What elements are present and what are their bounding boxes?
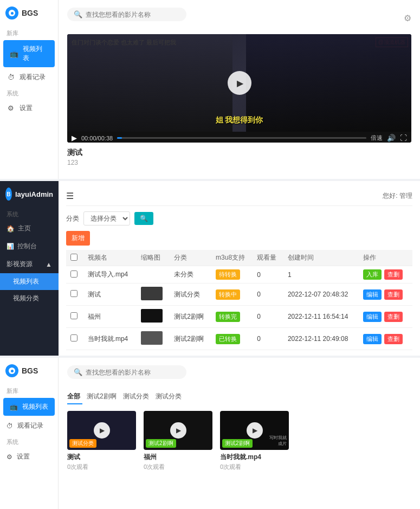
admin-logo-icon: B [5, 188, 12, 201]
row-m3u8: 已转换 [211, 328, 253, 350]
search-bar[interactable]: 🔍 [67, 8, 186, 21]
card-sub: 0次观看 [144, 463, 212, 471]
sidebar2-group-video: 影视资源 ▲ 视频列表 视频分类 [0, 255, 59, 307]
sidebar3-section2: 系统 [0, 435, 58, 448]
sidebar-item-watch-history[interactable]: ⏱ 观看记录 [0, 68, 58, 86]
search-button[interactable]: 🔍 [134, 212, 153, 225]
row-m3u8: 待转换 [211, 266, 253, 284]
sidebar2: B layuiAdmin 系统 🏠 主页 📊 控制台 影视资源 ▲ 视频列表 视… [0, 181, 59, 356]
sidebar-item-video-list[interactable]: 📺 视频列表 [3, 40, 55, 67]
sidebar2-item-home[interactable]: 🏠 主页 [0, 220, 59, 237]
tag-item[interactable]: 测试分类 [123, 392, 149, 401]
row-thumb [137, 306, 170, 328]
home-icon: 🏠 [7, 225, 15, 233]
settings-icon: ⚙ [7, 104, 15, 113]
table-row: 测试 测试分类 转换中 0 2022-12-07 20:48:32 编辑 查删 [66, 284, 412, 306]
card-sub: 0次观看 [67, 463, 136, 471]
search-bar3[interactable]: 🔍 [67, 365, 186, 379]
row-thumb [137, 266, 170, 284]
delete-btn[interactable]: 查删 [384, 334, 403, 344]
nav-section-label2: 系统 [0, 86, 58, 99]
video-title: 测试 [67, 148, 411, 158]
section-admin: B layuiAdmin 系统 🏠 主页 📊 控制台 影视资源 ▲ 视频列表 视… [0, 181, 420, 356]
sidebar2-subitem-video-list[interactable]: 视频列表 [0, 273, 59, 290]
video-card[interactable]: 测试2剧啊 写时我就成片 当时我就.mp4 0次观看 [220, 411, 289, 471]
volume-icon[interactable]: 🔊 [387, 134, 396, 142]
delete-btn[interactable]: 查删 [384, 269, 403, 280]
sidebar2-item-console[interactable]: 📊 控制台 [0, 237, 59, 255]
delete-btn[interactable]: 查删 [384, 289, 403, 300]
tag-item[interactable]: 测试分类 [156, 392, 182, 401]
row-checkbox[interactable] [70, 290, 77, 297]
play-ctrl-btn[interactable]: ▶ [72, 134, 77, 142]
sidebar-item-label: 设置 [20, 104, 33, 113]
th-m3u8: m3u8支持 [211, 250, 253, 266]
row-name: 测试导入.mp4 [83, 266, 137, 284]
play-button[interactable] [228, 71, 251, 95]
tag-item[interactable]: 测试2剧啊 [87, 392, 117, 401]
category-select[interactable]: 选择分类 [83, 211, 130, 225]
sidebar3-settings-icon: ⚙ [7, 453, 12, 461]
logo-area: BGS [0, 0, 58, 26]
delete-btn[interactable]: 查删 [384, 312, 403, 322]
progress-bar[interactable] [117, 137, 366, 139]
play-btn-big[interactable] [228, 71, 251, 95]
row-views: 0 [253, 306, 283, 328]
row-created: 1 [283, 266, 359, 284]
card-play-btn[interactable] [94, 422, 110, 439]
sidebar3-item-settings[interactable]: ⚙ 设置 [0, 448, 58, 466]
add-button[interactable]: 新增 [66, 231, 90, 246]
filter-label: 分类 [66, 214, 79, 223]
row-checkbox[interactable] [70, 334, 77, 342]
sidebar3-item-watch-history[interactable]: ⏱ 观看记录 [0, 417, 58, 435]
video-card[interactable]: 测试分类 测试 0次观看 [67, 411, 136, 471]
edit-btn[interactable]: 编辑 [363, 334, 382, 344]
card-sub: 0次观看 [220, 463, 289, 471]
gear-icon[interactable]: ⚙ [404, 13, 411, 23]
row-actions: 编辑 查删 [359, 306, 412, 328]
admin-main: ☰ 您好: 管理 分类 选择分类 🔍 新增 视频名 缩略图 分类 m3u8支持 … [59, 181, 420, 356]
row-m3u8: 转换完 [211, 306, 253, 328]
row-checkbox[interactable] [70, 312, 77, 319]
console-icon: 📊 [7, 243, 14, 250]
add-to-library-btn[interactable]: 入库 [363, 269, 382, 280]
video-subtitle: 姐 我想得到你 [67, 115, 411, 125]
select-all-checkbox[interactable] [70, 254, 77, 261]
row-category: 未分类 [170, 266, 211, 284]
row-actions: 编辑 查删 [359, 284, 412, 306]
edit-btn[interactable]: 编辑 [363, 312, 382, 322]
sidebar2-group-header[interactable]: 影视资源 ▲ [0, 255, 59, 273]
tag-item[interactable]: 全部 [67, 392, 80, 401]
card-play-btn[interactable] [247, 422, 263, 439]
row-checkbox[interactable] [70, 270, 77, 278]
sidebar3-item-video-list[interactable]: 📺 视频列表 [3, 398, 55, 416]
card-play-btn[interactable] [170, 422, 186, 439]
sidebar2-video-cat-label: 视频分类 [13, 294, 39, 302]
video-cards: 测试分类 测试 0次观看 测试2剧啊 福州 0次观看 测试2剧啊 写时我就成片 … [67, 411, 411, 471]
row-views: 0 [253, 266, 283, 284]
row-views: 0 [253, 328, 283, 350]
video-scene: 住门对门谈个恋爱 也太难了 最后可把我 @顶流机器 姐 我想得到你 [67, 34, 411, 132]
sidebar2-subitem-video-cat[interactable]: 视频分类 [0, 290, 59, 307]
sidebar3: BGS 新库 📺 视频列表 ⏱ 观看记录 系统 ⚙ 设置 [0, 358, 59, 509]
fullscreen-icon[interactable]: ⛶ [400, 134, 407, 142]
row-m3u8: 转换中 [211, 284, 253, 306]
speed-label[interactable]: 倍速 [371, 134, 383, 142]
sidebar1: BGS 新库 📺 视频列表 ⏱ 观看记录 系统 ⚙ 设置 [0, 0, 59, 179]
th-created: 创建时间 [283, 250, 359, 266]
edit-btn[interactable]: 编辑 [363, 289, 382, 300]
row-actions: 编辑 查删 [359, 328, 412, 350]
row-category: 测试2剧啊 [170, 328, 211, 350]
sidebar-item-settings[interactable]: ⚙ 设置 [0, 99, 58, 117]
row-views: 0 [253, 284, 283, 306]
main3: 🔍 全部测试2剧啊测试分类测试分类 测试分类 测试 0次观看 测试2剧啊 福州 … [59, 358, 420, 509]
row-name: 当时我就.mp4 [83, 328, 137, 350]
search-input[interactable] [86, 11, 172, 18]
video-info: 测试 123 [67, 148, 411, 166]
card-badge: 测试分类 [69, 439, 96, 448]
row-actions: 入库 查删 [359, 266, 412, 284]
search-input3[interactable] [86, 369, 172, 376]
hamburger-icon[interactable]: ☰ [66, 191, 74, 201]
video-card[interactable]: 测试2剧啊 福州 0次观看 [144, 411, 212, 471]
admin-logo-area: B layuiAdmin [0, 181, 59, 207]
